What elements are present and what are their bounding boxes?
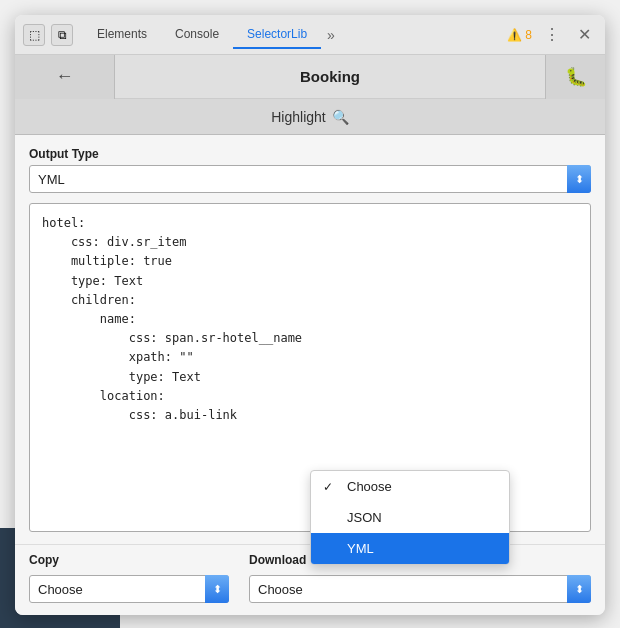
search-icon: 🔍 <box>332 109 349 125</box>
warning-icon: ⚠️ <box>507 28 522 42</box>
output-type-label: Output Type <box>29 147 591 161</box>
warning-badge: ⚠️ 8 <box>507 28 532 42</box>
output-type-select[interactable]: YML JSON CSV <box>29 165 591 193</box>
cursor-icon-btn[interactable]: ⬚ <box>23 24 45 46</box>
tab-elements[interactable]: Elements <box>83 21 161 49</box>
output-type-select-wrapper: YML JSON CSV ⬍ <box>29 165 591 193</box>
navbar: ← Booking 🐛 <box>15 55 605 99</box>
titlebar: ⬚ ⧉ Elements Console SelectorLib » ⚠️ 8 … <box>15 15 605 55</box>
tab-console[interactable]: Console <box>161 21 233 49</box>
download-select[interactable]: Choose JSON YML <box>249 575 591 603</box>
highlight-bar[interactable]: Highlight 🔍 <box>15 99 605 135</box>
devtools-window: ⬚ ⧉ Elements Console SelectorLib » ⚠️ 8 … <box>15 15 605 615</box>
tab-more-btn[interactable]: » <box>321 23 341 47</box>
bottom-bar: Copy Choose JSON YML ⬍ Download Choose J… <box>15 544 605 615</box>
bug-button[interactable]: 🐛 <box>545 55 605 99</box>
dropdown-item-choose[interactable]: ✓ Choose <box>311 471 509 502</box>
device-icon-btn[interactable]: ⧉ <box>51 24 73 46</box>
code-content: hotel: css: div.sr_item multiple: true t… <box>42 214 578 425</box>
checkmark-icon: ✓ <box>323 480 339 494</box>
highlight-label: Highlight <box>271 109 325 125</box>
tab-list: Elements Console SelectorLib » <box>83 21 507 49</box>
page-title: Booking <box>115 68 545 85</box>
copy-select-wrapper: Choose JSON YML ⬍ <box>29 575 229 603</box>
device-icon: ⧉ <box>58 28 67 42</box>
close-btn[interactable]: ✕ <box>572 23 597 46</box>
warning-count: 8 <box>525 28 532 42</box>
back-button[interactable]: ← <box>15 55 115 99</box>
dropdown-item-label: JSON <box>347 510 382 525</box>
dropdown-overlay: ✓ Choose JSON YML <box>310 470 510 565</box>
output-type-field: Output Type YML JSON CSV ⬍ <box>29 147 591 193</box>
dropdown-item-yml[interactable]: YML <box>311 533 509 564</box>
copy-label: Copy <box>29 553 229 567</box>
dropdown-item-label: YML <box>347 541 374 556</box>
dropdown-item-label: Choose <box>347 479 392 494</box>
download-select-wrapper: Choose JSON YML ⬍ <box>249 575 591 603</box>
more-options-btn[interactable]: ⋮ <box>540 23 564 46</box>
copy-select[interactable]: Choose JSON YML <box>29 575 229 603</box>
titlebar-right: ⚠️ 8 ⋮ ✕ <box>507 23 597 46</box>
cursor-icon: ⬚ <box>29 28 40 42</box>
titlebar-icons: ⬚ ⧉ <box>23 24 73 46</box>
dropdown-item-json[interactable]: JSON <box>311 502 509 533</box>
copy-field: Copy Choose JSON YML ⬍ <box>29 553 229 603</box>
tab-selectorlib[interactable]: SelectorLib <box>233 21 321 49</box>
